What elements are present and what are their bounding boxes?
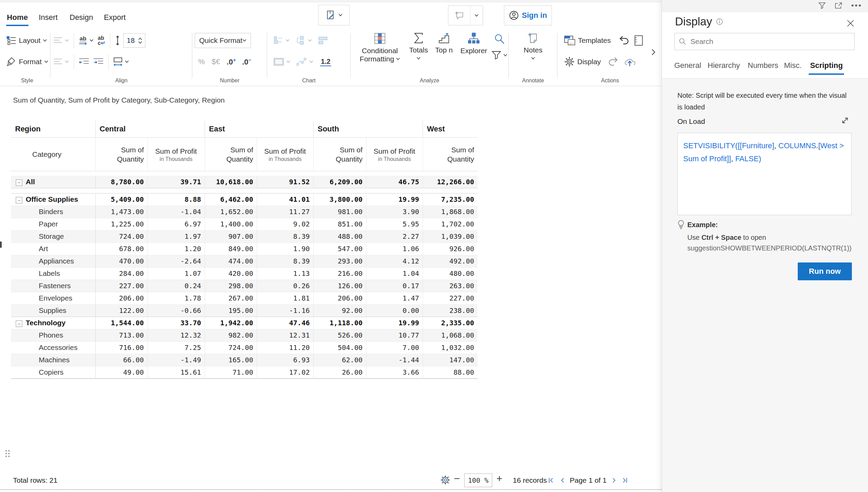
number-format-12-button[interactable]: 1.2	[320, 58, 331, 66]
table-row-appliances[interactable]: Appliances470.00-2.64474.008.39293.004.1…	[11, 255, 478, 267]
panel-tab-misc[interactable]: Misc.	[784, 61, 801, 70]
decrease-decimals-button[interactable]: .0−	[242, 57, 251, 67]
table-row-office-supplies[interactable]: −Office Supplies5,409.008.886,462.0041.0…	[11, 193, 478, 206]
previous-page-button[interactable]	[559, 477, 565, 484]
display-settings-button[interactable]: Display	[562, 55, 603, 69]
decrease-indent-button[interactable]	[77, 56, 91, 67]
table-row-fasteners[interactable]: Fasteners227.000.24298.000.26126.000.172…	[11, 280, 478, 292]
next-page-button[interactable]	[612, 477, 617, 484]
close-panel-icon[interactable]	[846, 19, 855, 27]
panel-search-input[interactable]	[690, 37, 842, 46]
text-overflow-button[interactable]: ab	[77, 34, 96, 47]
table-row-storage[interactable]: Storage724.001.97907.008.39488.002.271,0…	[11, 230, 478, 243]
column-header-qty[interactable]: Sum ofQuantity	[205, 138, 257, 171]
more-options-icon[interactable]: •••	[851, 2, 862, 9]
sign-in-button[interactable]: Sign in	[504, 5, 552, 25]
explorer-button[interactable]: Explorer	[457, 32, 491, 55]
info-icon[interactable]	[716, 18, 723, 25]
edit-mode-button[interactable]	[318, 5, 350, 25]
format-button[interactable]: Format	[4, 55, 50, 68]
totals-button[interactable]: Totals	[407, 32, 431, 60]
visual-drag-handle[interactable]	[5, 450, 13, 459]
conditional-formatting-button[interactable]: Conditional Formatting	[354, 32, 406, 63]
collapse-icon[interactable]: −	[16, 179, 22, 186]
collapse-icon[interactable]: −	[16, 197, 22, 203]
font-size-input[interactable]: 18	[123, 33, 145, 48]
table-row-accessories[interactable]: Accessories716.007.25724.0011.20504.007.…	[11, 341, 478, 354]
table-row-technology[interactable]: −Technology1,544.0033.701,942.0047.461,1…	[11, 317, 478, 329]
column-header-profit[interactable]: Sum of Profitin Thousands	[257, 138, 313, 171]
region-west[interactable]: West	[423, 121, 478, 138]
top-n-button[interactable]: Top n	[433, 32, 455, 54]
column-width-button[interactable]	[111, 56, 131, 68]
table-settings-button[interactable]	[440, 475, 450, 485]
tab-design[interactable]: Design	[70, 13, 93, 22]
font-size-spinner[interactable]	[138, 37, 142, 44]
category-header[interactable]: Category	[11, 138, 95, 171]
add-note-dropdown[interactable]	[470, 14, 483, 17]
notes-button[interactable]: Notes	[516, 32, 550, 60]
layout-button[interactable]: Layout	[4, 34, 49, 47]
column-header-qty[interactable]: Sum ofQuantity	[423, 138, 478, 171]
undo-button[interactable]	[618, 35, 629, 46]
zoom-level-input[interactable]: 100 %	[464, 473, 492, 487]
first-page-button[interactable]	[548, 477, 555, 484]
tab-home[interactable]: Home	[7, 13, 28, 22]
search-button[interactable]	[494, 34, 505, 45]
table-row-all[interactable]: −All8,780.0039.7110,618.0091.526,209.004…	[11, 176, 478, 188]
column-header-qty[interactable]: Sum ofQuantity	[95, 138, 147, 171]
chart-hierarchy-button[interactable]	[294, 34, 314, 47]
region-south[interactable]: South	[313, 121, 423, 138]
collapse-icon[interactable]: −	[16, 320, 22, 327]
ribbon-expand-chevron[interactable]	[651, 48, 656, 56]
zoom-out-button[interactable]: −	[454, 473, 460, 484]
table-style-button[interactable]	[272, 56, 292, 67]
panel-tab-general[interactable]: General	[674, 61, 701, 70]
region-east[interactable]: East	[205, 121, 313, 138]
chart-type-button[interactable]	[272, 34, 292, 47]
panel-tab-numbers[interactable]: Numbers	[748, 61, 778, 70]
percent-format-button[interactable]: %	[198, 57, 205, 66]
table-row-machines[interactable]: Machines66.00-1.49165.006.9362.00-1.4414…	[11, 354, 478, 366]
table-row-envelopes[interactable]: Envelopes206.001.78267.001.81206.001.472…	[11, 292, 478, 304]
filter-button[interactable]	[492, 51, 507, 60]
table-row-copiers[interactable]: Copiers49.0015.6171.0017.0226.003.6688.0…	[11, 366, 478, 378]
tab-insert[interactable]: Insert	[39, 13, 58, 22]
visual-resize-handle[interactable]	[0, 242, 2, 248]
top-filter-icon[interactable]	[818, 2, 826, 9]
wrap-text-button[interactable]: abc↵	[96, 34, 107, 47]
table-row-binders[interactable]: Binders1,473.00-1.041,652.0011.27981.003…	[11, 206, 478, 218]
table-row-paper[interactable]: Paper1,225.006.971,400.009.02851.005.951…	[11, 218, 478, 230]
font-size-control[interactable]: 18	[113, 32, 147, 49]
tab-export[interactable]: Export	[104, 13, 126, 22]
templates-button[interactable]: Templates	[562, 34, 613, 47]
last-page-button[interactable]	[621, 477, 628, 484]
panel-search-box[interactable]	[674, 33, 855, 50]
column-header-profit[interactable]: Sum of Profitin Thousands	[147, 138, 205, 171]
panel-tab-hierarchy[interactable]: Hierarchy	[708, 61, 740, 70]
column-header-qty[interactable]: Sum ofQuantity	[313, 138, 366, 171]
table-row-phones[interactable]: Phones713.0012.32982.0012.31526.0010.771…	[11, 329, 478, 341]
currency-format-button[interactable]: $€	[212, 57, 220, 66]
chart-pane-button[interactable]	[316, 34, 330, 47]
table-row-labels[interactable]: Labels284.001.07420.001.13216.001.04480.…	[11, 267, 478, 280]
increase-decimals-button[interactable]: .0+	[227, 57, 236, 67]
table-row-supplies[interactable]: Supplies122.00-0.66195.00-1.1692.000.002…	[11, 304, 478, 317]
increase-indent-button[interactable]	[91, 56, 106, 67]
table-row-art[interactable]: Art678.001.20849.001.90547.001.06926.00	[11, 243, 478, 255]
text-align-button[interactable]	[51, 35, 71, 46]
add-note-split-button[interactable]	[448, 5, 483, 25]
page-setup-button[interactable]	[634, 35, 644, 46]
script-editor[interactable]: SETVISIBILITY([[Furniture], COLUMNS.[Wes…	[677, 133, 852, 215]
run-now-button[interactable]: Run now	[798, 262, 852, 280]
sparkline-button[interactable]	[294, 56, 315, 68]
region-header-label[interactable]: Region	[11, 121, 95, 138]
expand-editor-icon[interactable]	[841, 116, 849, 125]
vertical-align-button[interactable]	[51, 57, 71, 67]
upload-button[interactable]	[624, 57, 635, 67]
add-note-icon[interactable]	[448, 6, 470, 25]
redo-button[interactable]	[608, 57, 619, 67]
panel-tab-scripting[interactable]: Scripting	[810, 61, 843, 70]
quick-format-dropdown[interactable]: Quick Format	[195, 33, 251, 48]
column-header-profit[interactable]: Sum of Profitin Thousands	[366, 138, 423, 171]
